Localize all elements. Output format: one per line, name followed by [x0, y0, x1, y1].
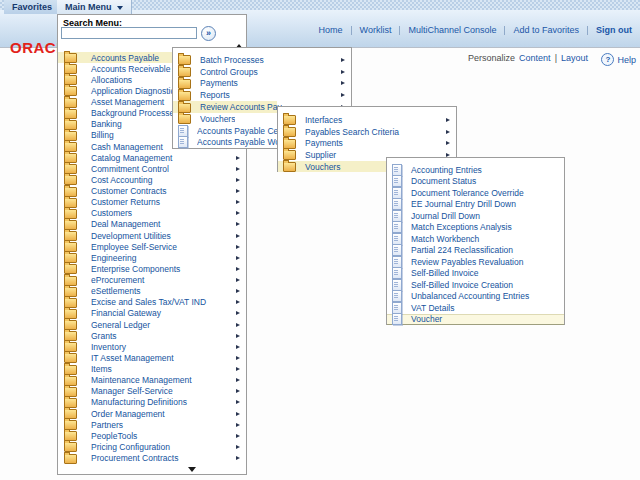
menu-item-manufacturing-definitions[interactable]: Manufacturing Definitions	[58, 397, 246, 408]
menu-item-label: Accounts Payable WorkCenter	[197, 137, 279, 147]
menu-item-payments[interactable]: Payments	[278, 137, 456, 149]
menu-item-inventory[interactable]: Inventory	[58, 341, 246, 352]
menu-item-enterprise-components[interactable]: Enterprise Components	[58, 263, 246, 274]
menu-item-payments[interactable]: Payments	[173, 78, 351, 90]
search-go-button[interactable]: »	[201, 26, 216, 41]
submenu-arrow-icon	[236, 434, 240, 438]
submenu-arrow-icon	[236, 323, 240, 327]
submenu-arrow-icon	[236, 245, 240, 249]
submenu-arrow-icon	[341, 70, 345, 74]
menu-item-ee-journal-entry-drill-down[interactable]: EE Journal Entry Drill Down	[387, 199, 564, 211]
menu-item-engineering[interactable]: Engineering	[58, 252, 246, 263]
personalize-layout-link[interactable]: Layout	[561, 53, 588, 63]
menu-item-eprocurement[interactable]: eProcurement	[58, 275, 246, 286]
menu-item-accounting-entries[interactable]: Accounting Entries	[387, 164, 564, 176]
menu-item-cost-accounting[interactable]: Cost Accounting	[58, 174, 246, 185]
menu-item-batch-processes[interactable]: Batch Processes	[173, 54, 351, 66]
tab-main-menu[interactable]: Main Menu	[57, 0, 132, 14]
menu-item-esettlements[interactable]: eSettlements	[58, 286, 246, 297]
menu-item-label: Vouchers	[305, 162, 340, 172]
menu-item-it-asset-management[interactable]: IT Asset Management	[58, 352, 246, 363]
menu-item-label: Deal Management	[91, 219, 160, 229]
menu-item-label: Payables Search Criteria	[305, 127, 399, 137]
menu-item-self-billed-invoice-creation[interactable]: Self-Billed Invoice Creation	[387, 279, 564, 291]
menu-item-employee-self-service[interactable]: Employee Self-Service	[58, 241, 246, 252]
menu-item-interfaces[interactable]: Interfaces	[278, 114, 456, 126]
menu-item-label: Order Management	[91, 409, 165, 419]
menu-item-match-workbench[interactable]: Match Workbench	[387, 233, 564, 245]
menu-item-journal-drill-down[interactable]: Journal Drill Down	[387, 210, 564, 222]
menu-item-label: IT Asset Management	[91, 353, 174, 363]
help-icon[interactable]: ?	[601, 53, 614, 66]
menu-item-label: Customer Contracts	[91, 186, 167, 196]
menu-item-financial-gateway[interactable]: Financial Gateway	[58, 308, 246, 319]
menu-item-unbalanced-accounting-entries[interactable]: Unbalanced Accounting Entries	[387, 291, 564, 303]
menu-item-label: Review Payables Revaluation	[411, 257, 523, 267]
menu-item-commitment-control[interactable]: Commitment Control	[58, 163, 246, 174]
menu-item-control-groups[interactable]: Control Groups	[173, 66, 351, 78]
submenu-arrow-icon	[236, 378, 240, 382]
page-icon	[178, 125, 188, 137]
menu-item-order-management[interactable]: Order Management	[58, 408, 246, 419]
menu-item-catalog-management[interactable]: Catalog Management	[58, 152, 246, 163]
page-icon	[392, 279, 402, 291]
menu-item-manager-self-service[interactable]: Manager Self-Service	[58, 386, 246, 397]
menu-item-payables-search-criteria[interactable]: Payables Search Criteria	[278, 126, 456, 138]
help-link[interactable]: Help	[617, 55, 636, 65]
submenu-arrow-icon	[236, 234, 240, 238]
menu-item-review-payables-revaluation[interactable]: Review Payables Revaluation	[387, 256, 564, 268]
menu-item-excise-and-sales-tax-vat-ind[interactable]: Excise and Sales Tax/VAT IND	[58, 297, 246, 308]
multichannel-console-link[interactable]: MultiChannel Console	[408, 25, 496, 35]
menu-item-label: Grants	[91, 331, 117, 341]
menu-item-vat-details[interactable]: VAT Details	[387, 302, 564, 314]
submenu-arrow-icon	[446, 130, 450, 134]
menu-item-label: Accounts Payable Center	[197, 126, 279, 136]
submenu-arrow-icon	[236, 445, 240, 449]
menu-item-voucher[interactable]: Voucher	[387, 314, 564, 326]
menu-item-label: Supplier	[305, 150, 336, 160]
submenu-arrow-icon	[236, 311, 240, 315]
vouchers-submenu: Accounting EntriesDocument StatusDocumen…	[386, 157, 565, 325]
submenu-arrow-icon	[236, 423, 240, 427]
folder-icon	[283, 150, 296, 160]
menu-item-development-utilities[interactable]: Development Utilities	[58, 230, 246, 241]
menu-item-reports[interactable]: Reports	[173, 89, 351, 101]
menu-item-pricing-configuration[interactable]: Pricing Configuration	[58, 441, 246, 452]
page-icon	[178, 136, 188, 148]
menu-item-customers[interactable]: Customers	[58, 208, 246, 219]
menu-item-partial-224-reclassification[interactable]: Partial 224 Reclassification	[387, 245, 564, 257]
menu-item-procurement-contracts[interactable]: Procurement Contracts	[58, 453, 246, 464]
menu-item-document-status[interactable]: Document Status	[387, 176, 564, 188]
sign-out-link[interactable]: Sign out	[596, 25, 632, 35]
menu-item-peopletools[interactable]: PeopleTools	[58, 430, 246, 441]
menu-item-customer-returns[interactable]: Customer Returns	[58, 197, 246, 208]
menu-item-customer-contracts[interactable]: Customer Contracts	[58, 186, 246, 197]
menu-item-items[interactable]: Items	[58, 364, 246, 375]
menu-item-self-billed-invoice[interactable]: Self-Billed Invoice	[387, 268, 564, 280]
scroll-down-icon[interactable]	[188, 467, 196, 472]
menu-item-label: Financial Gateway	[91, 308, 161, 318]
menu-item-general-ledger[interactable]: General Ledger	[58, 319, 246, 330]
menu-item-label: Payments	[305, 138, 343, 148]
nav-separator	[399, 26, 400, 35]
folder-icon	[178, 114, 191, 124]
menu-item-document-tolerance-override[interactable]: Document Tolerance Override	[387, 187, 564, 199]
menu-item-label: Review Accounts Payable	[200, 102, 282, 112]
menu-item-deal-management[interactable]: Deal Management	[58, 219, 246, 230]
menu-item-label: Document Status	[411, 176, 476, 186]
submenu-arrow-icon	[341, 58, 345, 62]
add-to-favorites-link[interactable]: Add to Favorites	[513, 25, 579, 35]
tab-favorites-label: Favorites	[12, 2, 52, 12]
menu-item-label: Payments	[200, 78, 238, 88]
menu-item-match-exceptions-analysis[interactable]: Match Exceptions Analysis	[387, 222, 564, 234]
menu-item-grants[interactable]: Grants	[58, 330, 246, 341]
menu-search-input[interactable]	[61, 27, 197, 39]
worklist-link[interactable]: Worklist	[360, 25, 392, 35]
page-icon	[392, 164, 402, 176]
menu-item-maintenance-management[interactable]: Maintenance Management	[58, 375, 246, 386]
menu-item-partners[interactable]: Partners	[58, 419, 246, 430]
personalize-content-link[interactable]: Content	[519, 53, 551, 63]
menu-item-label: Voucher	[411, 314, 442, 324]
page-icon	[392, 210, 402, 222]
home-link[interactable]: Home	[319, 25, 343, 35]
